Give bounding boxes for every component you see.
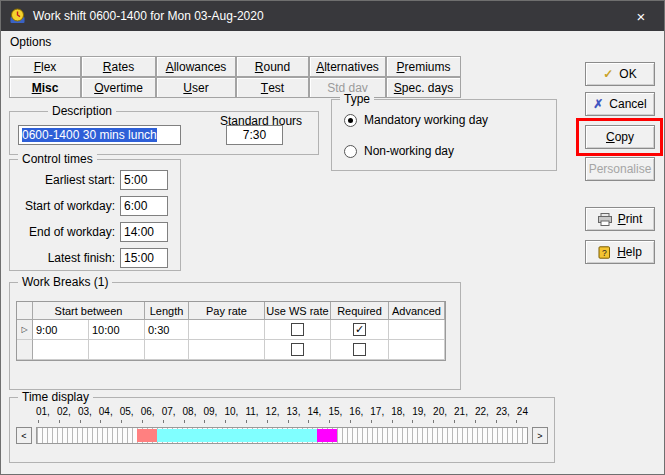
tab-alternatives[interactable]: Alternatives [309,56,386,77]
menubar: Options [1,31,664,52]
description-group: Description 0600-1400 30 mins lunch Stan… [9,111,319,155]
header-use-ws-rate: Use WS rate [265,302,331,320]
description-group-legend: Description [48,104,116,118]
cell-length[interactable] [145,340,189,360]
hour-label: 21, [454,406,468,417]
hour-label: 22, [475,406,489,417]
earliest-start-field[interactable]: 5:00 [120,170,168,190]
row-selector[interactable] [17,340,33,360]
earliest-start-row: Earliest start: 5:00 [16,170,168,190]
header-start-between: Start between [33,302,145,320]
hour-label: 05, [120,406,134,417]
cell-length[interactable]: 0:30 [145,320,189,340]
scroll-right-button[interactable]: > [532,427,548,444]
start-of-workday-row: Start of workday: 6:00 [16,196,168,216]
cell-advanced[interactable] [389,340,445,360]
row-selector[interactable]: ▷ [17,320,33,340]
hour-label: 06, [141,406,155,417]
hour-label: 10, [224,406,238,417]
control-times-legend: Control times [18,152,97,166]
cell-advanced[interactable] [389,320,445,340]
tab-misc[interactable]: Misc [9,77,81,98]
header-advanced: Advanced [389,302,445,320]
radio-non-working-day[interactable]: Non-working day [344,144,454,158]
end-of-workday-field[interactable]: 14:00 [120,222,168,242]
cell-start-to[interactable]: 10:00 [89,320,145,340]
type-group: Type Mandatory working day Non-working d… [331,99,557,171]
hour-label: 08, [183,406,197,417]
cell-pay-rate[interactable] [189,340,265,360]
required-checkbox[interactable] [353,343,366,356]
hour-label: 01, [36,406,50,417]
help-button-label: Help [617,245,642,259]
hour-label: 09, [204,406,218,417]
tab-round[interactable]: Round [236,56,309,77]
hour-label: 24 [517,406,528,417]
use-ws-rate-checkbox[interactable] [291,343,304,356]
latest-finish-row: Latest finish: 15:00 [16,248,168,268]
print-button-label: Print [618,212,643,226]
start-of-workday-field[interactable]: 6:00 [120,196,168,216]
time-display-legend: Time display [18,390,93,404]
description-input[interactable]: 0600-1400 30 mins lunch [18,125,181,145]
tab-overtime[interactable]: Overtime [81,77,156,98]
tab-premiums[interactable]: Premiums [386,56,461,77]
help-button[interactable]: ? Help [585,240,655,264]
tab-test[interactable]: Test [236,77,309,98]
hour-label: 20, [433,406,447,417]
tab-user[interactable]: User [156,77,236,98]
tab-strip: Flex Rates Allowances Round Alternatives… [9,56,461,98]
radio-button-icon [344,114,357,127]
personalise-button: Personalise [585,157,655,181]
cell-use-ws-rate [265,320,331,340]
cell-use-ws-rate [265,340,331,360]
radio-mandatory-working-day[interactable]: Mandatory working day [344,113,488,127]
window-title: Work shift 0600-1400 for Mon 03-Aug-2020 [33,9,264,23]
scroll-left-button[interactable]: < [16,427,32,444]
ruler-track[interactable] [36,427,528,444]
tab-allowances[interactable]: Allowances [156,56,236,77]
end-of-workday-label: End of workday: [16,225,120,239]
use-ws-rate-checkbox[interactable] [291,323,304,336]
cell-pay-rate[interactable] [189,320,265,340]
radio-mandatory-label: Mandatory working day [364,113,488,127]
cancel-button[interactable]: ✗ Cancel [585,92,655,116]
ok-button[interactable]: ✓ OK [585,62,655,86]
earliest-start-label: Earliest start: [16,173,120,187]
header-pay-rate: Pay rate [189,302,265,320]
required-checkbox[interactable] [353,323,366,336]
hour-label: 07, [162,406,176,417]
close-button[interactable]: × [618,1,664,31]
ruler-numbers: 01,02,03,04,05,06,07,08,09,10,11,12,13,1… [36,406,528,417]
header-length: Length [145,302,189,320]
tab-flex[interactable]: Flex [9,56,81,77]
copy-button[interactable]: Copy [585,125,655,149]
tab-rates[interactable]: Rates [81,56,156,77]
cell-start-to[interactable] [89,340,145,360]
menu-item-options[interactable]: Options [3,33,58,51]
latest-finish-field[interactable]: 15:00 [120,248,168,268]
check-icon: ✓ [603,67,613,81]
tab-spec-days[interactable]: Spec. days [386,77,461,98]
work-breaks-group: Work Breaks (1) Start between Length Pay… [9,282,461,390]
radio-non-working-label: Non-working day [364,144,454,158]
hour-label: 14, [307,406,321,417]
corner-header-cell [17,302,33,320]
start-of-workday-label: Start of workday: [16,199,120,213]
svg-text:?: ? [602,247,607,257]
shift-segment-early-window [137,429,157,442]
latest-finish-label: Latest finish: [16,251,120,265]
cell-start-from[interactable]: 9:00 [33,320,89,340]
end-of-workday-row: End of workday: 14:00 [16,222,168,242]
work-breaks-table: Start between Length Pay rate Use WS rat… [16,301,446,361]
time-ruler: < > [16,427,548,444]
print-button[interactable]: Print [585,207,655,231]
copy-button-label: Copy [606,130,634,144]
cell-start-from[interactable] [33,340,89,360]
hour-label: 16, [349,406,363,417]
standard-hours-field[interactable]: 7:30 [226,125,283,145]
cell-required [331,340,389,360]
hour-label: 15, [328,406,342,417]
hour-label: 04, [99,406,113,417]
close-icon: × [637,8,646,25]
